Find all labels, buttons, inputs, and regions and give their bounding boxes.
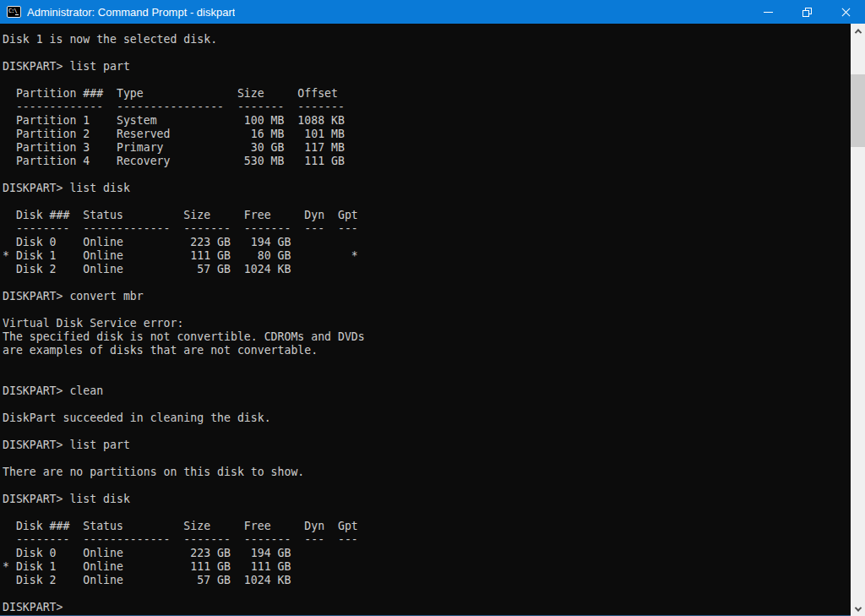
title-bar[interactable]: C:\ Administrator: Command Prompt - disk… <box>0 0 865 24</box>
restore-icon <box>802 8 812 17</box>
close-button[interactable] <box>826 0 865 24</box>
minimize-icon <box>764 12 773 13</box>
minimize-button[interactable] <box>748 0 787 24</box>
vertical-scrollbar[interactable] <box>851 24 865 616</box>
scroll-up-button[interactable] <box>851 24 865 38</box>
scrollbar-thumb[interactable] <box>851 74 865 147</box>
cmd-icon[interactable]: C:\ <box>7 6 21 18</box>
cmd-icon-caret <box>15 14 19 15</box>
cmd-icon-glyph: C:\ <box>8 8 17 14</box>
command-prompt-window: C:\ Administrator: Command Prompt - disk… <box>0 0 865 616</box>
caption-buttons <box>748 0 865 24</box>
scroll-down-button[interactable] <box>851 602 865 616</box>
chevron-up-icon <box>854 29 861 35</box>
console-viewport[interactable]: Disk 1 is now the selected disk. DISKPAR… <box>0 24 851 616</box>
restore-button[interactable] <box>787 0 826 24</box>
chevron-down-icon <box>854 604 861 611</box>
window-title: Administrator: Command Prompt - diskpart <box>27 6 235 19</box>
close-icon <box>841 8 851 17</box>
console-output[interactable]: Disk 1 is now the selected disk. DISKPAR… <box>0 24 851 614</box>
